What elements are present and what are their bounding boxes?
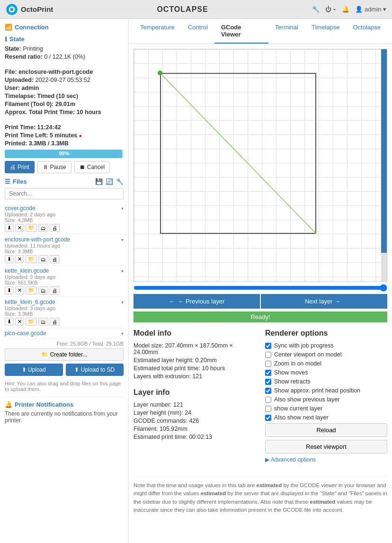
download-button[interactable]: ⬇ [5, 318, 14, 326]
model-info-section: Model info Model size: 207.40mm × 187.50… [134, 329, 256, 467]
folder-button[interactable]: 🗂 [38, 255, 48, 263]
delete-button[interactable]: ✕ [15, 318, 24, 326]
chevron-down-icon[interactable]: ▾ [121, 300, 124, 305]
cancel-button[interactable]: ⏹ Cancel [74, 161, 110, 173]
bell-icon[interactable]: 🔔 [342, 6, 349, 13]
chevron-down-icon[interactable]: ▾ [121, 206, 124, 211]
advanced-options-link[interactable]: ▶ Advanced options [265, 456, 387, 463]
show-next-layer-checkbox[interactable] [265, 415, 271, 421]
sync-job-checkbox[interactable] [265, 343, 271, 349]
notifications-section: 🔔 Printer Notifications There are curren… [5, 397, 124, 424]
main-layout: 📶 Connection ℹ State State: Printing Res… [0, 19, 392, 543]
zoom-model-checkbox[interactable] [265, 361, 271, 367]
file-item-header: pico-case.gcode ▾ [5, 330, 124, 337]
upload-sd-button[interactable]: ⬆ Upload to SD [66, 364, 124, 376]
storage-info: Free: 25.8GB / Total: 29.1GB [5, 341, 124, 347]
tab-control[interactable]: Control [181, 19, 214, 44]
scrollbar-thumb[interactable] [381, 49, 387, 253]
file-name[interactable]: cover.gcode [5, 205, 36, 212]
print-file-button[interactable]: 🖨 [50, 318, 60, 326]
list-item: pico-case.gcode ▾ [5, 328, 124, 339]
delete-button[interactable]: ✕ [15, 286, 24, 294]
chevron-down-icon[interactable]: ▾ [121, 268, 124, 274]
power-icon[interactable]: ⏻ ▾ [325, 6, 337, 13]
print-file-button[interactable]: 🖨 [50, 224, 60, 232]
ready-bar: Ready! [134, 312, 387, 322]
user-menu[interactable]: 👤 admin ▾ [355, 6, 386, 13]
show-retracts-option: Show retracts [265, 378, 387, 385]
show-retracts-checkbox[interactable] [265, 379, 271, 385]
notice-text: Note that the time and usage values in t… [134, 476, 387, 514]
state-row-time-left: Print Time Left: 5 minutes ● [5, 132, 124, 139]
settings-icon[interactable]: 🔧 [116, 178, 124, 185]
show-moves-checkbox[interactable] [265, 370, 271, 376]
layer-slider[interactable] [134, 285, 387, 291]
print-file-button[interactable]: 🖨 [50, 286, 60, 294]
sd-icon[interactable]: 💾 [95, 178, 103, 185]
notifications-text: There are currently no notifications fro… [5, 410, 124, 424]
upload-row: ⬆ Upload ⬆ Upload to SD [5, 364, 124, 376]
tab-gcode-viewer[interactable]: GCode Viewer [214, 19, 268, 44]
search-input[interactable] [5, 188, 124, 199]
bell-icon: 🔔 [5, 401, 12, 408]
reload-button[interactable]: Reload [265, 423, 387, 437]
list-item: kette_klein_6.gcode ▾ Uploaded: 3 days a… [5, 297, 124, 328]
delete-button[interactable]: ✕ [15, 255, 24, 263]
download-button[interactable]: ⬇ [5, 224, 14, 232]
folder-button[interactable]: 🗂 [38, 224, 48, 232]
model-size-row: Model size: 207.40mm × 187.50mm × 24.00m… [134, 342, 256, 356]
upload-hint: Hint: You can also drag and drop files o… [5, 381, 124, 392]
file-name[interactable]: kette_klein_6.gcode [5, 299, 55, 305]
delete-button[interactable]: ✕ [15, 224, 24, 232]
sync-job-label: Sync with job progress [274, 342, 334, 349]
next-layer-button[interactable]: Next layer → [261, 294, 387, 309]
center-viewport-checkbox[interactable] [265, 352, 271, 358]
chevron-down-icon[interactable]: ▾ [121, 331, 124, 336]
file-name[interactable]: pico-case.gcode [5, 330, 46, 337]
refresh-icon[interactable]: 🔄 [106, 178, 113, 185]
pause-button[interactable]: ⏸ Pause [37, 161, 71, 173]
folder-button[interactable]: 🗂 [38, 318, 48, 326]
show-prev-layer-checkbox[interactable] [265, 397, 271, 403]
print-button[interactable]: 🖨 Print [5, 161, 35, 173]
file-actions: ⬇ ✕ 📁 🗂 🖨 [5, 318, 124, 326]
prev-layer-button[interactable]: ← ← Previous layer [134, 294, 260, 309]
tab-terminal[interactable]: Terminal [268, 19, 305, 44]
show-print-head-checkbox[interactable] [265, 388, 271, 394]
move-button[interactable]: 📁 [26, 224, 37, 232]
sidebar: 📶 Connection ℹ State State: Printing Res… [0, 19, 129, 543]
download-button[interactable]: ⬇ [5, 255, 14, 263]
move-button[interactable]: 📁 [26, 286, 37, 294]
wrench-icon[interactable]: 🔧 [312, 6, 320, 13]
tab-timelapse[interactable]: Timelapse [305, 19, 346, 44]
file-name[interactable]: kette_klein.gcode [5, 267, 49, 274]
file-size: Size: 4.3MB [5, 217, 124, 223]
tab-octolapse[interactable]: Octolapse [346, 19, 387, 44]
files-title: ☰ Files [5, 178, 27, 185]
vertical-scrollbar[interactable] [381, 49, 387, 281]
tab-temperature[interactable]: Temperature [134, 19, 181, 44]
octoprint-logo [6, 3, 18, 16]
upload-button[interactable]: ⬆ Upload [5, 364, 63, 376]
layer-info-title: Layer info [134, 388, 256, 397]
layer-height-row: Estimated layer height: 0.20mm [134, 357, 256, 364]
folder-button[interactable]: 🗂 [38, 286, 48, 294]
list-item: enclosure-with-port.gcode ▾ Uploaded: 11… [5, 234, 124, 266]
show-retracts-label: Show retracts [274, 378, 310, 385]
download-button[interactable]: ⬇ [5, 286, 14, 294]
show-moves-label: Show moves [274, 369, 308, 376]
center-viewport-option: Center viewport on model [265, 351, 387, 358]
move-button[interactable]: 📁 [26, 318, 37, 326]
chevron-down-icon[interactable]: ▾ [121, 237, 124, 242]
connection-title: 📶 Connection [5, 24, 124, 31]
move-button[interactable]: 📁 [26, 255, 37, 263]
state-row-timelapse: Timelapse: Timed (10 sec) [5, 93, 124, 99]
file-uploaded: Uploaded: 2 days ago [5, 212, 124, 217]
print-file-button[interactable]: 🖨 [50, 255, 60, 263]
file-name[interactable]: enclosure-with-port.gcode [5, 236, 70, 243]
file-size: Size: 3.3MB [5, 311, 124, 317]
show-current-layer-checkbox[interactable] [265, 406, 271, 412]
reset-viewport-button[interactable]: Reset viewport [265, 440, 387, 454]
files-section: ☰ Files 💾 🔄 🔧 cover.gcode ▾ Uploaded: 2 … [5, 178, 124, 392]
create-folder-button[interactable]: 📁 Create folder... [5, 348, 124, 361]
